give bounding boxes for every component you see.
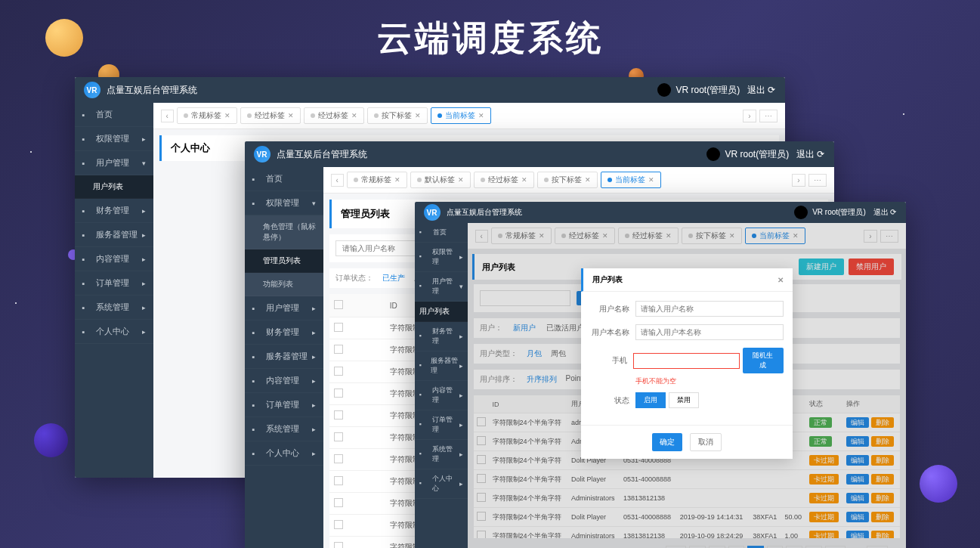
app-title: 点量互娱后台管理系统 (277, 148, 707, 161)
filter-option[interactable]: 已生产 (382, 273, 405, 283)
user-label[interactable]: VR root(管理员) (675, 84, 740, 97)
sidebar-item[interactable]: ▪权限管理▸ (415, 243, 468, 272)
close-icon[interactable]: ✕ (478, 112, 484, 119)
sidebar-item[interactable]: 管理员列表 (245, 249, 323, 273)
close-icon[interactable]: ✕ (224, 112, 230, 119)
checkbox[interactable] (334, 367, 343, 376)
avatar[interactable] (706, 147, 720, 161)
sidebar-item[interactable]: 功能列表 (245, 273, 323, 296)
tab-next[interactable]: › (743, 110, 756, 122)
tab[interactable]: 默认标签✕ (410, 172, 471, 188)
tab[interactable]: 经过标签✕ (304, 107, 364, 124)
sidebar-item[interactable]: ▪首页 (415, 223, 468, 243)
close-icon[interactable]: ✕ (648, 176, 654, 184)
logout-button[interactable]: 退出 ⟳ (796, 148, 824, 161)
checkbox[interactable] (334, 542, 343, 548)
random-phone-button[interactable]: 随机生成 (743, 348, 784, 373)
username-input[interactable] (635, 301, 784, 317)
user-label[interactable]: VR root(管理员) (812, 207, 866, 218)
tab[interactable]: 按下标签✕ (367, 107, 428, 124)
sidebar-item[interactable]: ▪内容管理▸ (415, 381, 468, 410)
status-enable-radio[interactable]: 启用 (635, 392, 666, 408)
menu-icon: ▪ (252, 449, 261, 458)
sidebar-item[interactable]: ▪内容管理▸ (75, 247, 153, 271)
sidebar-item-label: 首页 (433, 228, 447, 237)
realname-input[interactable] (635, 324, 784, 340)
tab[interactable]: 经过标签✕ (474, 172, 534, 188)
sidebar-item[interactable]: ▪用户管理▸ (245, 296, 323, 320)
tab-next[interactable]: › (792, 174, 805, 187)
chevron-icon: ▸ (142, 207, 146, 215)
avatar[interactable] (657, 83, 671, 97)
close-icon[interactable]: ✕ (288, 112, 294, 119)
close-icon[interactable]: ✕ (585, 176, 591, 184)
avatar[interactable] (794, 206, 808, 219)
checkbox[interactable] (334, 300, 343, 309)
sidebar-item[interactable]: ▪权限管理▾ (245, 191, 323, 215)
tab[interactable]: 经过标签✕ (240, 107, 301, 124)
confirm-button[interactable]: 确定 (652, 433, 682, 451)
checkbox[interactable] (334, 432, 343, 441)
phone-input[interactable] (633, 353, 740, 369)
close-icon[interactable]: ✕ (458, 176, 464, 184)
sidebar-item[interactable]: ▪财务管理▸ (415, 322, 468, 351)
sidebar-item[interactable]: ▪用户管理▾ (75, 151, 153, 175)
sidebar-item[interactable]: ▪用户管理▾ (415, 272, 468, 302)
tab[interactable]: 当前标签✕ (601, 172, 661, 188)
chevron-icon: ▸ (142, 255, 146, 263)
status-disable-radio[interactable]: 禁用 (669, 392, 699, 408)
sidebar-item[interactable]: ▪个人中心▸ (415, 469, 468, 499)
sidebar-item[interactable]: ▪权限管理▸ (75, 127, 153, 151)
cancel-button[interactable]: 取消 (690, 433, 722, 451)
logout-button[interactable]: 退出 ⟳ (747, 84, 775, 97)
sidebar-item[interactable]: ▪服务器管理▸ (245, 345, 323, 369)
topbar: VR 点量互娱后台管理系统 VR root(管理员) 退出 ⟳ (245, 141, 834, 167)
sidebar-item[interactable]: ▪首页 (245, 167, 323, 191)
chevron-icon: ▾ (459, 283, 463, 290)
checkbox[interactable] (334, 323, 343, 332)
sidebar-item[interactable]: ▪内容管理▸ (245, 369, 323, 393)
tab[interactable]: 常规标签✕ (177, 107, 237, 124)
sidebar-item[interactable]: ▪财务管理▸ (245, 320, 323, 345)
close-icon[interactable]: ✕ (351, 112, 357, 119)
tab[interactable]: 当前标签✕ (431, 107, 491, 124)
sidebar-item[interactable]: ▪订单管理▸ (75, 271, 153, 296)
close-icon[interactable]: ✕ (521, 176, 527, 184)
sidebar-item[interactable]: 角色管理（鼠标悬停） (245, 215, 323, 249)
close-icon[interactable]: ✕ (415, 112, 421, 119)
decoration-star (15, 302, 17, 304)
sidebar-item[interactable]: ▪订单管理▸ (245, 393, 323, 417)
sidebar-item-label: 内容管理 (432, 385, 459, 405)
sidebar-item[interactable]: ▪系统管理▸ (415, 440, 468, 469)
checkbox[interactable] (334, 476, 343, 485)
close-icon[interactable]: ✕ (394, 176, 400, 184)
sidebar-item[interactable]: ▪首页 (75, 103, 153, 127)
checkbox[interactable] (334, 498, 343, 507)
sidebar-item[interactable]: ▪系统管理▸ (75, 296, 153, 320)
sidebar-item[interactable]: ▪订单管理▸ (415, 410, 468, 440)
checkbox[interactable] (334, 389, 343, 398)
user-label[interactable]: VR root(管理员) (725, 148, 789, 161)
tab[interactable]: 按下标签✕ (537, 172, 598, 188)
sidebar-item[interactable]: 用户列表 (415, 302, 468, 322)
tab-more[interactable]: ⋯ (759, 110, 778, 122)
tab-more[interactable]: ⋯ (808, 174, 827, 187)
logout-button[interactable]: 退出 ⟳ (873, 207, 897, 218)
sidebar-item[interactable]: ▪个人中心▸ (245, 441, 323, 466)
sidebar-item[interactable]: ▪服务器管理▸ (75, 223, 153, 247)
checkbox[interactable] (334, 345, 343, 354)
checkbox[interactable] (334, 520, 343, 529)
sidebar-item[interactable]: ▪财务管理▸ (75, 199, 153, 223)
checkbox[interactable] (334, 410, 343, 420)
search-input[interactable] (335, 240, 426, 256)
tab-prev[interactable]: ‹ (161, 110, 174, 122)
checkbox[interactable] (334, 454, 343, 463)
sidebar-item[interactable]: 用户列表 (75, 175, 153, 199)
sidebar-item[interactable]: ▪个人中心▸ (75, 320, 153, 344)
tab[interactable]: 常规标签✕ (347, 172, 407, 188)
tab-prev[interactable]: ‹ (331, 174, 344, 187)
close-icon[interactable]: ✕ (778, 276, 784, 284)
logo: VR (84, 82, 100, 98)
sidebar-item[interactable]: ▪系统管理▸ (245, 417, 323, 441)
sidebar-item[interactable]: ▪服务器管理▸ (415, 351, 468, 381)
